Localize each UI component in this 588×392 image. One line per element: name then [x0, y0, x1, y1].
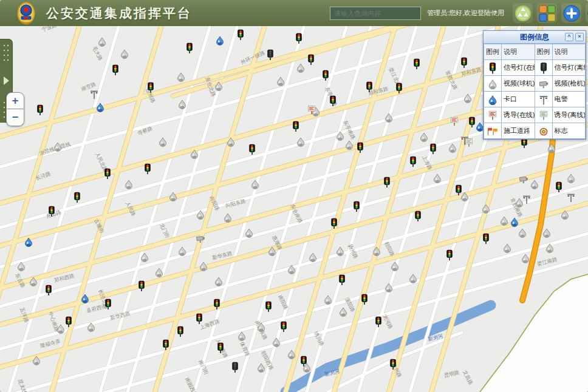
gun-camera-icon — [535, 76, 552, 92]
page-title: 公安交通集成指挥平台 — [46, 5, 192, 22]
welcome-text: 管理员:您好,欢迎登陆使用 — [427, 8, 504, 18]
add-icon[interactable] — [561, 3, 581, 23]
zoom-in-button[interactable]: + — [6, 92, 24, 109]
legend-label: 施工道路 — [502, 123, 535, 139]
zoom-out-button[interactable]: − — [6, 109, 24, 126]
legend-table: 图例说明图例说明 信号灯(在线)信号灯(离线)视频(球机)视频(枪机)卡口电警诱… — [484, 44, 586, 139]
grip-dots-icon — [2, 43, 10, 61]
legend-label: 卡口 — [502, 92, 535, 107]
police-badge-logo — [16, 1, 36, 25]
legend-column-header: 图例 — [535, 44, 552, 60]
legend-label: 信号灯(在线) — [502, 60, 535, 76]
legend-row: 诱导(在线)诱导(离线) — [484, 107, 586, 123]
legend-column-header: 说明 — [552, 44, 586, 60]
map-tiles-icon[interactable] — [537, 3, 557, 23]
legend-titlebar[interactable]: 图例信息 ^ × — [484, 31, 586, 44]
legend-title: 图例信息 — [520, 33, 549, 41]
legend-label: 信号灯(离线) — [552, 60, 586, 76]
legend-label: 诱导(在线) — [502, 107, 535, 123]
checkpoint-camera-icon — [484, 92, 502, 107]
guidance-online-icon — [484, 107, 502, 123]
search-input[interactable] — [330, 7, 421, 20]
e-police-icon — [535, 92, 552, 107]
legend-row: 视频(球机)视频(枪机) — [484, 76, 586, 92]
map-zoom-control: + − — [6, 92, 24, 126]
legend-column-header: 图例 — [484, 44, 502, 60]
top-header: 公安交通集成指挥平台 管理员:您好,欢迎登陆使用 — [0, 0, 588, 26]
legend-label: 标志 — [552, 123, 586, 139]
traffic-signal-online-icon — [484, 60, 502, 76]
legend-label: 电警 — [552, 92, 586, 107]
close-icon[interactable]: × — [575, 33, 584, 41]
globe-icon[interactable] — [586, 3, 588, 23]
legend-label: 诱导(离线) — [552, 107, 586, 123]
construction-flags-icon — [484, 123, 502, 139]
legend-label: 视频(枪机) — [552, 76, 586, 92]
road-sign-icon — [535, 123, 552, 139]
header-toolbar — [513, 3, 588, 23]
dome-camera-icon — [484, 76, 502, 92]
legend-label: 视频(球机) — [502, 76, 535, 92]
legend-row: 卡口电警 — [484, 92, 586, 107]
app-window: 宁波路毛大路外环一级路娄江北路郑和东路常胜北路东仓北路南空路苏州路东亭北路郑和东… — [0, 0, 588, 392]
collapse-icon[interactable]: ^ — [565, 33, 573, 41]
legend-row: 施工道路标志 — [484, 123, 586, 139]
traffic-signal-offline-icon — [535, 60, 552, 76]
refresh-icon[interactable] — [513, 3, 533, 23]
legend-column-header: 说明 — [502, 44, 535, 60]
legend-row: 信号灯(在线)信号灯(离线) — [484, 60, 586, 76]
legend-panel: 图例信息 ^ × 图例说明图例说明 信号灯(在线)信号灯(离线)视频(球机)视频… — [483, 30, 586, 140]
guidance-offline-icon — [535, 107, 552, 123]
expand-arrow-icon — [4, 76, 9, 85]
